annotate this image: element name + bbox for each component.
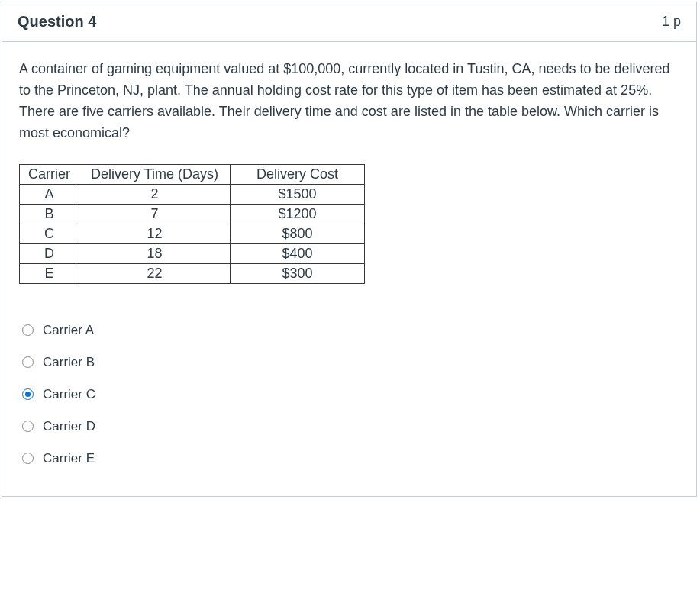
answer-options: Carrier A Carrier B Carrier C Carrier D …	[19, 314, 681, 475]
answer-option-label: Carrier B	[43, 355, 95, 370]
table-header: Carrier	[20, 164, 79, 184]
table-cell: C	[20, 224, 79, 243]
question-title: Question 4	[18, 13, 96, 31]
table-row: C 12 $800	[20, 224, 365, 243]
question-body: A container of gaming equipment valued a…	[2, 42, 696, 496]
table-row: D 18 $400	[20, 243, 365, 263]
table-cell: 18	[79, 243, 231, 263]
table-cell: $1200	[231, 204, 365, 224]
table-cell: 22	[79, 263, 231, 283]
question-header: Question 4 1 p	[2, 2, 696, 42]
table-cell: E	[20, 263, 79, 283]
table-row: B 7 $1200	[20, 204, 365, 224]
table-cell: $1500	[231, 184, 365, 204]
answer-option-b[interactable]: Carrier B	[19, 346, 681, 379]
table-cell: 2	[79, 184, 231, 204]
radio-icon	[22, 388, 34, 400]
table-row: A 2 $1500	[20, 184, 365, 204]
table-cell: 12	[79, 224, 231, 243]
table-cell: 7	[79, 204, 231, 224]
radio-icon	[22, 453, 34, 464]
table-header: Delivery Cost	[231, 164, 365, 184]
answer-option-label: Carrier C	[43, 387, 95, 402]
table-cell: $800	[231, 224, 365, 243]
carrier-table: Carrier Delivery Time (Days) Delivery Co…	[19, 164, 365, 284]
question-prompt: A container of gaming equipment valued a…	[19, 59, 681, 144]
answer-option-label: Carrier D	[43, 419, 95, 434]
table-cell: $300	[231, 263, 365, 283]
radio-icon	[22, 356, 34, 368]
table-header-row: Carrier Delivery Time (Days) Delivery Co…	[20, 164, 365, 184]
question-card: Question 4 1 p A container of gaming equ…	[2, 2, 697, 497]
table-cell: $400	[231, 243, 365, 263]
table-header: Delivery Time (Days)	[79, 164, 231, 184]
answer-option-label: Carrier A	[43, 323, 94, 338]
table-cell: A	[20, 184, 79, 204]
answer-option-c[interactable]: Carrier C	[19, 379, 681, 411]
question-points: 1 p	[662, 14, 681, 30]
table-cell: D	[20, 243, 79, 263]
answer-option-label: Carrier E	[43, 451, 95, 466]
table-row: E 22 $300	[20, 263, 365, 283]
radio-icon	[22, 421, 34, 432]
radio-icon	[22, 324, 34, 336]
answer-option-a[interactable]: Carrier A	[19, 314, 681, 346]
table-cell: B	[20, 204, 79, 224]
answer-option-d[interactable]: Carrier D	[19, 411, 681, 443]
answer-option-e[interactable]: Carrier E	[19, 443, 681, 475]
